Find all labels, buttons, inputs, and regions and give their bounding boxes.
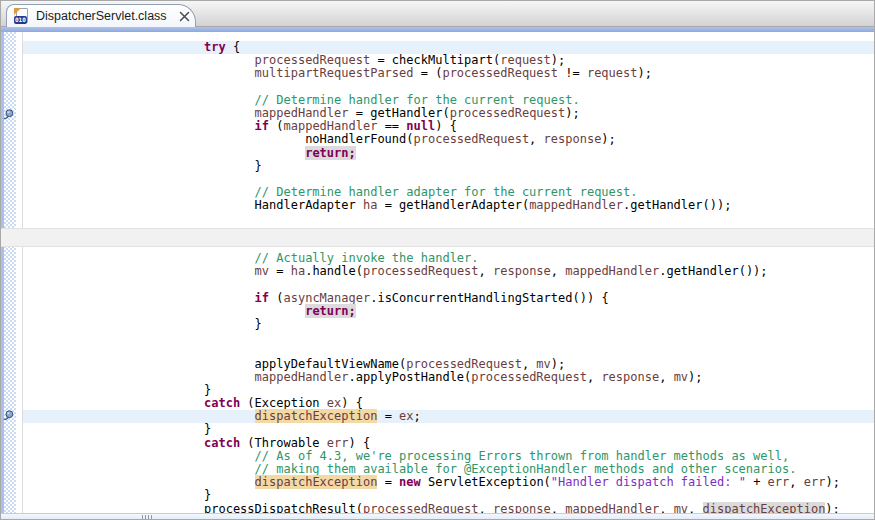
code-token: .getHandler()); <box>659 264 767 278</box>
code-token: mv <box>674 370 688 384</box>
code-token: "Handler dispatch failed: " <box>551 475 746 489</box>
code-editor: try { processedRequest = checkMultipart(… <box>1 32 874 519</box>
code-token: ha <box>363 198 377 212</box>
code-token: // Determine handler for the current req… <box>204 93 580 107</box>
code-token: processedRequest <box>414 132 530 146</box>
code-token: , <box>789 475 803 489</box>
code-line[interactable] <box>204 226 874 239</box>
code-token: ); <box>638 66 652 80</box>
code-token: = getHandler( <box>349 106 450 120</box>
code-token: } <box>204 317 262 331</box>
code-token: dispatchException <box>255 409 378 423</box>
code-token: .applyPostHandle( <box>349 370 472 384</box>
code-token: } <box>204 422 211 436</box>
gutter-search-marker-icon[interactable] <box>2 108 15 121</box>
close-icon[interactable] <box>179 9 190 23</box>
code-token: mappedHandler <box>204 370 349 384</box>
code-line[interactable]: dispatchException = ex; <box>23 410 874 423</box>
code-token: response <box>601 370 659 384</box>
code-token: err <box>768 475 790 489</box>
code-token: ; <box>414 409 421 423</box>
code-token: noHandlerFound( <box>204 132 414 146</box>
code-line[interactable]: return; <box>204 147 874 160</box>
code-token: err <box>327 436 349 450</box>
code-line[interactable] <box>204 331 874 344</box>
code-token: mappedHandler <box>529 198 623 212</box>
code-line[interactable]: dispatchException = new ServletException… <box>204 476 874 489</box>
code-token: } <box>204 159 262 173</box>
code-token: // making them available for @ExceptionH… <box>204 462 796 476</box>
code-token: == <box>377 119 406 133</box>
code-line[interactable]: return; <box>204 305 874 318</box>
code-token: new <box>399 475 421 489</box>
code-token: ); <box>601 132 615 146</box>
code-token: response <box>544 132 602 146</box>
code-area[interactable]: try { processedRequest = checkMultipart(… <box>23 32 874 519</box>
gutter-search-marker-icon[interactable] <box>2 409 15 422</box>
code-token: { <box>226 40 240 54</box>
code-token: ); <box>825 475 839 489</box>
code-token: if <box>255 291 269 305</box>
code-token: err <box>804 475 826 489</box>
annotation-ruler[interactable] <box>1 32 16 513</box>
code-line[interactable] <box>204 212 874 225</box>
code-token: HandlerAdapter <box>204 198 363 212</box>
code-token <box>204 304 305 318</box>
code-token: , <box>529 132 543 146</box>
code-token: != <box>558 66 587 80</box>
code-token <box>204 475 255 489</box>
code-token: ); <box>565 106 579 120</box>
code-token: .handle( <box>305 264 363 278</box>
code-token: request <box>500 53 551 67</box>
code-token: = <box>377 475 399 489</box>
code-token: , <box>479 264 493 278</box>
code-token: = <box>269 264 291 278</box>
code-token: ) { <box>349 436 371 450</box>
code-token: } <box>204 383 211 397</box>
code-token: + <box>746 475 768 489</box>
scrollbar-grip[interactable] <box>142 515 153 519</box>
class-file-icon-fold <box>14 8 21 15</box>
code-token: catch <box>204 436 240 450</box>
code-token: processedRequest <box>450 106 566 120</box>
code-token: , <box>659 370 673 384</box>
code-token: request <box>587 66 638 80</box>
code-token: , <box>587 370 601 384</box>
code-token <box>204 409 255 423</box>
code-token: ) { <box>341 396 363 410</box>
code-token: null <box>406 119 435 133</box>
code-token: ); <box>551 357 565 371</box>
tab-dispatcherservlet[interactable]: 010 DispatcherServlet.class <box>6 4 196 27</box>
code-line[interactable]: } <box>204 160 874 173</box>
code-token: = <box>377 409 399 423</box>
code-token: processedRequest <box>471 370 587 384</box>
code-token <box>204 291 255 305</box>
code-token: ServletException( <box>421 475 551 489</box>
code-token: mappedHandler <box>283 119 377 133</box>
horizontal-scrollbar-track[interactable] <box>1 513 874 519</box>
code-line[interactable]: multipartRequestParsed = (processedReque… <box>204 67 874 80</box>
code-token: multipartRequestParsed <box>204 66 414 80</box>
code-token: asyncManager <box>283 291 370 305</box>
code-line[interactable]: mv = ha.handle(processedRequest, respons… <box>204 265 874 278</box>
code-token: return; <box>305 146 356 160</box>
code-token: // Determine handler adapter for the cur… <box>204 185 637 199</box>
code-token: ); <box>688 370 702 384</box>
code-line[interactable]: HandlerAdapter ha = getHandlerAdapter(ma… <box>204 199 874 212</box>
code-token: , <box>551 264 565 278</box>
code-token: mappedHandler <box>565 264 659 278</box>
code-token: ex <box>327 396 341 410</box>
code-token: = ( <box>414 66 443 80</box>
code-token <box>204 146 305 160</box>
code-token: = getHandlerAdapter( <box>377 198 529 212</box>
class-file-icon-badge: 010 <box>14 16 27 24</box>
code-line[interactable]: mappedHandler.applyPostHandle(processedR… <box>204 371 874 384</box>
code-token: mv <box>536 357 550 371</box>
code-token: // As of 4.3, we're processing Errors th… <box>204 449 789 463</box>
code-line[interactable]: } <box>204 318 874 331</box>
code-token: ex <box>399 409 413 423</box>
code-token: mappedHandler <box>204 106 349 120</box>
code-token: } <box>204 488 211 502</box>
code-token: return; <box>305 304 356 318</box>
class-file-icon: 010 <box>14 8 30 24</box>
